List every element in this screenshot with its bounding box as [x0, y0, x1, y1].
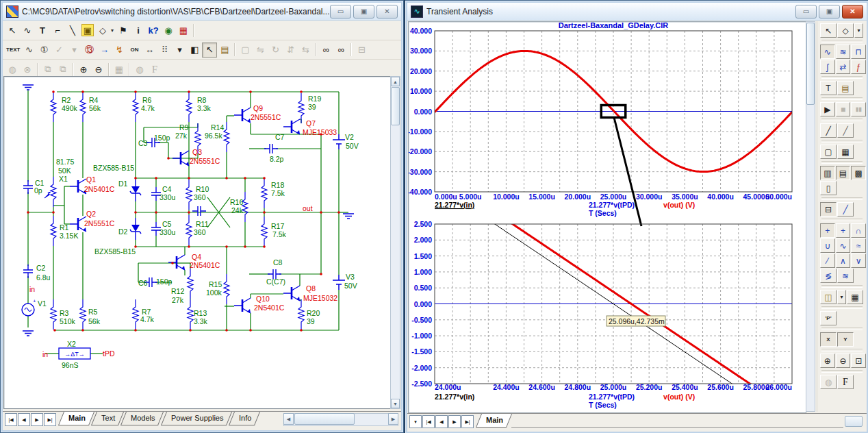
- waveform-buffer-dropdown-icon[interactable]: ▾: [837, 290, 846, 304]
- schematic-label[interactable]: C7: [275, 133, 285, 141]
- schematic-label[interactable]: 50V: [344, 282, 357, 290]
- resistor-symbol[interactable]: [186, 215, 192, 245]
- schematic-label[interactable]: 3.3k: [197, 104, 212, 112]
- go-to-peak-button[interactable]: ∩: [851, 223, 866, 238]
- schematic-label[interactable]: C(C7): [266, 277, 285, 286]
- schematic-titlebar[interactable]: C:\MC9\DATA\Petrov\switching distortion\…: [3, 3, 401, 21]
- schematic-label[interactable]: 360: [194, 228, 206, 236]
- resistor-symbol[interactable]: [186, 180, 192, 210]
- resistor-symbol[interactable]: [261, 216, 267, 247]
- schematic-label[interactable]: Q8: [306, 284, 316, 293]
- schematic-label[interactable]: 7.5k: [272, 230, 287, 238]
- next-valley-button[interactable]: ≈: [851, 238, 866, 253]
- battery-symbol[interactable]: [333, 134, 345, 149]
- schematic-label[interactable]: C4: [162, 185, 172, 193]
- tab-main[interactable]: Main: [476, 414, 512, 428]
- tab-text[interactable]: Text: [91, 412, 124, 425]
- plot-vscrollbar[interactable]: [806, 21, 815, 412]
- shape-picker-button[interactable]: ◇: [95, 23, 110, 38]
- dc-operating-point-button[interactable]: ⇄: [836, 60, 851, 74]
- label-branches-button[interactable]: 'P': [820, 311, 837, 325]
- schematic-label[interactable]: Q9: [253, 104, 263, 112]
- resistor-symbol[interactable]: [80, 92, 86, 122]
- last-page-button[interactable]: ▶|: [461, 415, 474, 428]
- resistor-symbol[interactable]: [261, 178, 267, 208]
- legend-2[interactable]: 21.277*v(tPD): [589, 393, 635, 401]
- schematic-label[interactable]: 360: [194, 193, 206, 201]
- tab-info[interactable]: Info: [229, 412, 260, 425]
- schematic-label[interactable]: 4.7k: [141, 104, 155, 112]
- close-button[interactable]: ✕: [376, 5, 398, 18]
- schematic-label[interactable]: 150p: [156, 277, 173, 286]
- resistor-symbol[interactable]: [51, 177, 56, 207]
- resistor-symbol[interactable]: [133, 92, 138, 122]
- first-page-button[interactable]: |◀: [422, 415, 435, 428]
- schematic-label[interactable]: 27k: [175, 132, 188, 140]
- split-window-button[interactable]: ◧: [187, 42, 202, 58]
- scope-mode[interactable]: ∿: [820, 45, 835, 59]
- battery-symbol[interactable]: [333, 275, 345, 290]
- schematic-label[interactable]: R9: [179, 123, 189, 132]
- run-button[interactable]: ▶: [820, 102, 835, 116]
- schematic-label[interactable]: 39: [307, 317, 315, 325]
- schematic-label[interactable]: 6.8u: [36, 273, 51, 282]
- analysis-titlebar[interactable]: ∿ Transient Analysis ▭ ▣ ✕: [407, 3, 867, 21]
- schematic-label[interactable]: 96.5k: [205, 132, 222, 140]
- schematic-label[interactable]: 0p: [34, 186, 42, 195]
- schematic-label[interactable]: V1: [38, 299, 47, 308]
- schematic-label[interactable]: R4: [89, 96, 99, 104]
- prev-page-button[interactable]: ◀: [435, 415, 448, 428]
- minor-log-gridlines-button[interactable]: ▯: [820, 181, 837, 195]
- schematic-label[interactable]: C2: [36, 264, 46, 272]
- scroll-down-button[interactable]: ▼: [391, 399, 400, 408]
- schematic-label[interactable]: 8.2p: [270, 155, 284, 163]
- schematic-label[interactable]: 2N5551C: [84, 219, 115, 227]
- component-picker-button[interactable]: ◇: [837, 23, 854, 38]
- resistor-symbol[interactable]: [298, 93, 304, 123]
- close-button[interactable]: ✕: [842, 5, 863, 18]
- zoom-in-button[interactable]: ⊕: [76, 62, 91, 77]
- schematic-label[interactable]: V2: [345, 133, 354, 141]
- go-to-y-button[interactable]: +: [836, 223, 851, 238]
- resistor-symbol[interactable]: [133, 299, 138, 330]
- minimize-button[interactable]: ▭: [795, 5, 817, 18]
- font-button[interactable]: F: [837, 375, 854, 389]
- schematic-label[interactable]: R18: [271, 181, 284, 189]
- scroll-right-button[interactable]: ▶: [388, 413, 398, 425]
- schematic-label[interactable]: Q2: [86, 210, 96, 218]
- schematic-label[interactable]: Q1: [86, 175, 96, 184]
- schematic-label[interactable]: V3: [346, 273, 355, 281]
- schematic-label[interactable]: BZX585-B15: [94, 247, 136, 256]
- resistor-symbol[interactable]: [188, 269, 193, 299]
- select-tool[interactable]: ↖: [5, 23, 20, 38]
- schematic-label[interactable]: R2: [62, 96, 71, 104]
- envelope-high-button[interactable]: ≋: [837, 269, 854, 283]
- flag-mode[interactable]: ⚑: [116, 23, 131, 38]
- power-display-button[interactable]: ↯: [112, 42, 127, 58]
- schematic-label[interactable]: MJE15032: [303, 294, 337, 302]
- schematic-label[interactable]: R20: [307, 309, 320, 317]
- legend-2[interactable]: 21.277*v(tPD): [589, 201, 635, 209]
- schematic-label[interactable]: R5: [88, 308, 98, 316]
- next-page-button[interactable]: ▶: [31, 413, 43, 426]
- schematic-label[interactable]: R12: [171, 287, 184, 295]
- schematic-label[interactable]: R8: [197, 96, 207, 104]
- schematic-label[interactable]: 24k: [231, 206, 244, 214]
- schematic-label[interactable]: 7.5k: [271, 189, 285, 197]
- schematic-vscrollbar[interactable]: ▲ ▼: [390, 76, 400, 409]
- attribute-text-button[interactable]: ∿: [21, 42, 36, 58]
- last-page-button[interactable]: ▶|: [44, 413, 56, 426]
- schematic-label[interactable]: 2N5401C: [254, 304, 285, 312]
- select-tool[interactable]: ↖: [820, 23, 837, 38]
- plot-vscroll-thumb[interactable]: [806, 23, 815, 105]
- go-to-valley-button[interactable]: ∪: [820, 238, 835, 253]
- schematic-label[interactable]: 81.75: [56, 158, 74, 166]
- schematic-label[interactable]: 2N5401C: [190, 261, 220, 269]
- resistor-symbol[interactable]: [224, 122, 229, 152]
- resistor-symbol[interactable]: [188, 299, 193, 330]
- polygon-mode[interactable]: ╱: [837, 123, 854, 138]
- go-to-x-button[interactable]: +: [820, 223, 835, 238]
- numeric-output-button[interactable]: ▦: [847, 290, 863, 304]
- pin-numbers-button[interactable]: ⑬: [81, 42, 97, 58]
- zoom-area-button[interactable]: ⊡: [851, 354, 866, 368]
